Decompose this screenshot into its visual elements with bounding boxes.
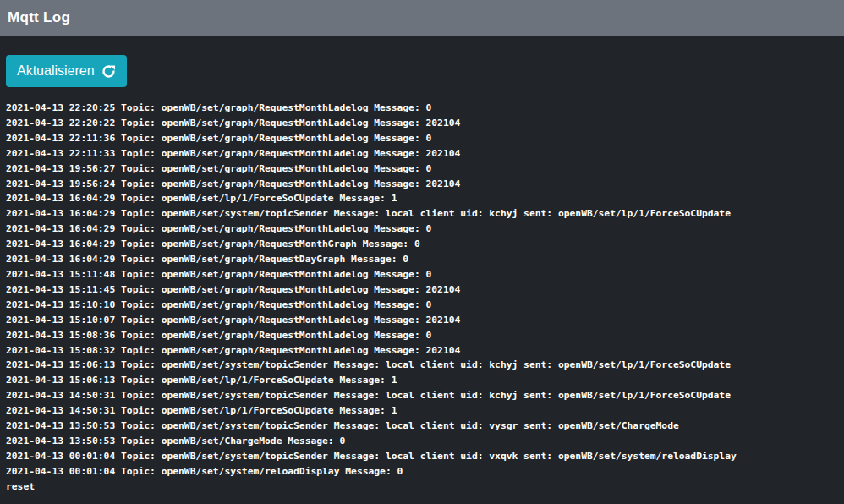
- log-line: 2021-04-13 15:10:07 Topic: openWB/set/gr…: [6, 313, 844, 328]
- log-line: 2021-04-13 00:01:04 Topic: openWB/set/sy…: [6, 449, 844, 464]
- page-title: Mqtt Log: [8, 9, 70, 26]
- log-line: 2021-04-13 16:04:29 Topic: openWB/set/gr…: [6, 252, 844, 267]
- log-line: 2021-04-13 19:56:24 Topic: openWB/set/gr…: [6, 177, 844, 192]
- log-line: 2021-04-13 15:08:32 Topic: openWB/set/gr…: [6, 343, 844, 359]
- page-header: Mqtt Log: [0, 0, 844, 36]
- refresh-icon: [101, 64, 116, 79]
- log-line: 2021-04-13 00:01:04 Topic: openWB/set/sy…: [6, 464, 844, 479]
- refresh-button-label: Aktualisieren: [17, 63, 95, 79]
- log-line: reset: [6, 479, 844, 495]
- log-line: 2021-04-13 14:50:31 Topic: openWB/set/lp…: [6, 403, 844, 419]
- log-line: 2021-04-13 15:11:48 Topic: openWB/set/gr…: [6, 267, 844, 282]
- log-line: 2021-04-13 15:08:36 Topic: openWB/set/gr…: [6, 328, 844, 343]
- log-line: 2021-04-13 15:06:13 Topic: openWB/set/lp…: [6, 373, 844, 388]
- content: Aktualisieren 2021-04-13 22:20:25 Topic:…: [0, 36, 844, 495]
- log-line: 2021-04-13 15:11:45 Topic: openWB/set/gr…: [6, 282, 844, 298]
- log-line: 2021-04-13 14:50:31 Topic: openWB/set/sy…: [6, 388, 844, 403]
- log-line: 2021-04-13 16:04:29 Topic: openWB/set/lp…: [6, 191, 844, 206]
- log-line: 2021-04-13 15:10:10 Topic: openWB/set/gr…: [6, 298, 844, 313]
- log-line: 2021-04-13 13:50:53 Topic: openWB/set/Ch…: [6, 434, 844, 449]
- log-line: 2021-04-13 22:11:36 Topic: openWB/set/gr…: [6, 131, 844, 146]
- log-line: 2021-04-13 13:50:53 Topic: openWB/set/sy…: [6, 419, 844, 434]
- mqtt-log: 2021-04-13 22:20:25 Topic: openWB/set/gr…: [6, 101, 844, 495]
- log-line: 2021-04-13 15:06:13 Topic: openWB/set/sy…: [6, 358, 844, 373]
- log-line: 2021-04-13 22:20:22 Topic: openWB/set/gr…: [6, 116, 844, 131]
- log-line: 2021-04-13 16:04:29 Topic: openWB/set/gr…: [6, 222, 844, 237]
- log-line: 2021-04-13 19:56:27 Topic: openWB/set/gr…: [6, 162, 844, 177]
- log-line: 2021-04-13 22:20:25 Topic: openWB/set/gr…: [6, 101, 844, 116]
- log-line: 2021-04-13 22:11:33 Topic: openWB/set/gr…: [6, 146, 844, 162]
- log-line: 2021-04-13 16:04:29 Topic: openWB/set/sy…: [6, 206, 844, 222]
- refresh-button[interactable]: Aktualisieren: [6, 55, 127, 87]
- log-line: 2021-04-13 16:04:29 Topic: openWB/set/gr…: [6, 237, 844, 252]
